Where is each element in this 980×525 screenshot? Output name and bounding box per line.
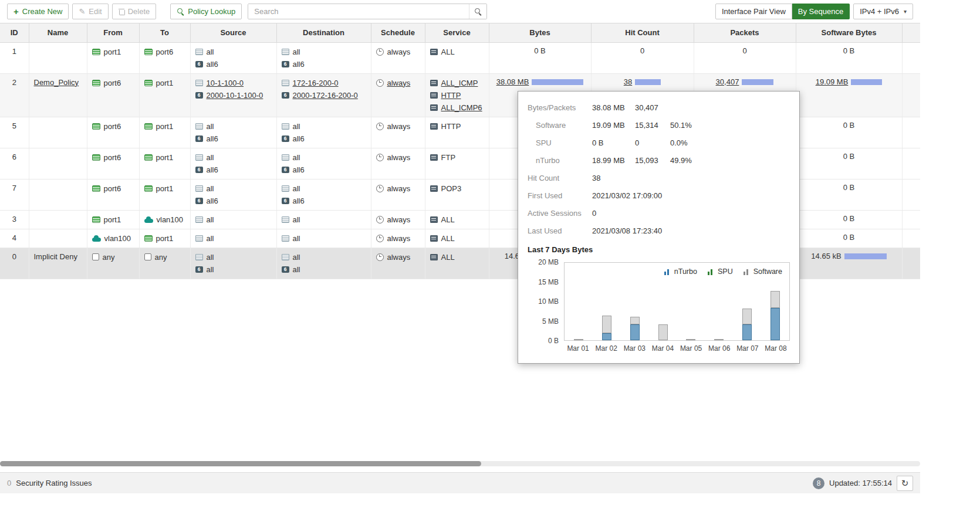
- cell-software-bytes[interactable]: 0 B: [796, 179, 902, 210]
- search-input[interactable]: [248, 4, 469, 19]
- source-entity[interactable]: 6all6: [195, 133, 272, 145]
- column-header-so[interactable]: So: [902, 23, 920, 42]
- cell-bytes[interactable]: 0 B: [489, 42, 591, 73]
- destination-entity[interactable]: all: [282, 120, 366, 133]
- column-header-id[interactable]: ID: [0, 23, 29, 42]
- to-entity[interactable]: port1: [144, 182, 185, 195]
- cell-software-bytes[interactable]: 14.65 kB: [796, 248, 902, 279]
- destination-entity[interactable]: all: [282, 214, 366, 226]
- cell-software-bytes[interactable]: 0 B: [796, 229, 902, 248]
- destination-entity[interactable]: 62000-172-16-200-0: [282, 89, 366, 101]
- to-entity[interactable]: port6: [144, 46, 185, 58]
- from-entity[interactable]: port6: [92, 182, 134, 195]
- cell-software-bytes[interactable]: 0 B: [796, 117, 902, 148]
- cell-hit-count[interactable]: 0: [591, 42, 694, 73]
- source-entity[interactable]: all: [195, 214, 272, 226]
- destination-entity[interactable]: all: [282, 151, 366, 164]
- source-entity[interactable]: all: [195, 151, 272, 164]
- service-entity[interactable]: HTTP: [430, 120, 484, 133]
- policy-lookup-button[interactable]: Policy Lookup: [170, 4, 242, 19]
- column-header-hit-count[interactable]: Hit Count: [591, 23, 694, 42]
- destination-entity[interactable]: all: [282, 232, 366, 245]
- service-entity[interactable]: ALL_ICMP: [430, 77, 484, 89]
- cell-software-bytes[interactable]: 0 B: [796, 148, 902, 179]
- column-header-schedule[interactable]: Schedule: [371, 23, 425, 42]
- service-entity[interactable]: ALL: [430, 214, 484, 226]
- destination-entity[interactable]: 6all6: [282, 195, 366, 207]
- to-entity[interactable]: port1: [144, 120, 185, 133]
- horizontal-scrollbar[interactable]: [0, 461, 920, 466]
- service-entity[interactable]: POP3: [430, 182, 484, 195]
- column-header-to[interactable]: To: [139, 23, 190, 42]
- source-entity[interactable]: all: [195, 182, 272, 195]
- notification-badge[interactable]: 8: [813, 477, 824, 489]
- to-entity[interactable]: port1: [144, 232, 185, 245]
- to-entity[interactable]: any: [144, 251, 185, 263]
- destination-entity[interactable]: 172-16-200-0: [282, 77, 366, 89]
- to-entity[interactable]: vlan100: [144, 214, 185, 226]
- column-header-bytes[interactable]: Bytes: [489, 23, 591, 42]
- schedule-entity[interactable]: always: [376, 46, 420, 58]
- source-entity[interactable]: 10-1-100-0: [195, 77, 272, 89]
- destination-entity[interactable]: 6all6: [282, 58, 366, 70]
- column-header-from[interactable]: From: [87, 23, 139, 42]
- edit-button[interactable]: ✎ Edit: [72, 4, 108, 19]
- destination-entity[interactable]: 6all: [282, 263, 366, 276]
- create-new-button[interactable]: + Create New: [7, 4, 69, 19]
- policy-name[interactable]: Demo_Policy: [34, 78, 79, 87]
- column-header-source[interactable]: Source: [190, 23, 276, 42]
- cell-software-bytes[interactable]: 0 B: [796, 210, 902, 229]
- source-entity[interactable]: 6all6: [195, 58, 272, 70]
- column-header-packets[interactable]: Packets: [694, 23, 796, 42]
- refresh-button[interactable]: ↻: [897, 476, 913, 491]
- from-entity[interactable]: port6: [92, 151, 134, 164]
- service-entity[interactable]: FTP: [430, 151, 484, 164]
- delete-button[interactable]: Delete: [112, 4, 157, 19]
- destination-entity[interactable]: all: [282, 46, 366, 58]
- column-header-name[interactable]: Name: [29, 23, 87, 42]
- from-entity[interactable]: port1: [92, 46, 134, 58]
- destination-entity[interactable]: 6all6: [282, 164, 366, 176]
- destination-entity[interactable]: 6all6: [282, 133, 366, 145]
- source-entity[interactable]: all: [195, 46, 272, 58]
- source-entity[interactable]: 6all6: [195, 164, 272, 176]
- service-entity[interactable]: HTTP: [430, 89, 484, 101]
- by-sequence-button[interactable]: By Sequence: [792, 4, 850, 19]
- scrollbar-thumb[interactable]: [0, 461, 481, 466]
- schedule-entity[interactable]: always: [376, 214, 420, 226]
- ip-version-dropdown[interactable]: IPv4 + IPv6 ▾: [853, 4, 913, 19]
- source-entity[interactable]: 6all6: [195, 195, 272, 207]
- service-entity[interactable]: ALL: [430, 251, 484, 263]
- service-entity[interactable]: ALL_ICMP6: [430, 101, 484, 114]
- cell-software-bytes[interactable]: 19.09 MB: [796, 73, 902, 117]
- source-entity[interactable]: 6all: [195, 263, 272, 276]
- schedule-entity[interactable]: always: [376, 251, 420, 263]
- source-entity[interactable]: all: [195, 120, 272, 133]
- schedule-entity[interactable]: always: [376, 182, 420, 195]
- source-entity[interactable]: all: [195, 232, 272, 245]
- to-entity[interactable]: port1: [144, 77, 185, 89]
- from-entity[interactable]: port6: [92, 120, 134, 133]
- service-entity[interactable]: ALL: [430, 232, 484, 245]
- from-entity[interactable]: any: [92, 251, 134, 263]
- schedule-entity[interactable]: always: [376, 232, 420, 245]
- schedule-entity[interactable]: always: [376, 77, 420, 89]
- policy-row-1[interactable]: 1port1port6all6all6all6all6alwaysALL0 B0…: [0, 42, 920, 73]
- from-entity[interactable]: vlan100: [92, 232, 134, 245]
- schedule-entity[interactable]: always: [376, 120, 420, 133]
- column-header-destination[interactable]: Destination: [276, 23, 371, 42]
- cell-software-bytes[interactable]: 0 B: [796, 42, 902, 73]
- cell-packets[interactable]: 0: [694, 42, 796, 73]
- from-entity[interactable]: port6: [92, 77, 134, 89]
- column-header-software-bytes[interactable]: Software Bytes: [796, 23, 902, 42]
- search-button[interactable]: [469, 4, 486, 19]
- to-entity[interactable]: port1: [144, 151, 185, 164]
- column-header-service[interactable]: Service: [425, 23, 489, 42]
- destination-entity[interactable]: all: [282, 182, 366, 195]
- source-entity[interactable]: all: [195, 251, 272, 263]
- schedule-entity[interactable]: always: [376, 151, 420, 164]
- from-entity[interactable]: port1: [92, 214, 134, 226]
- service-entity[interactable]: ALL: [430, 46, 484, 58]
- source-entity[interactable]: 62000-10-1-100-0: [195, 89, 272, 101]
- interface-pair-view-button[interactable]: Interface Pair View: [715, 4, 792, 19]
